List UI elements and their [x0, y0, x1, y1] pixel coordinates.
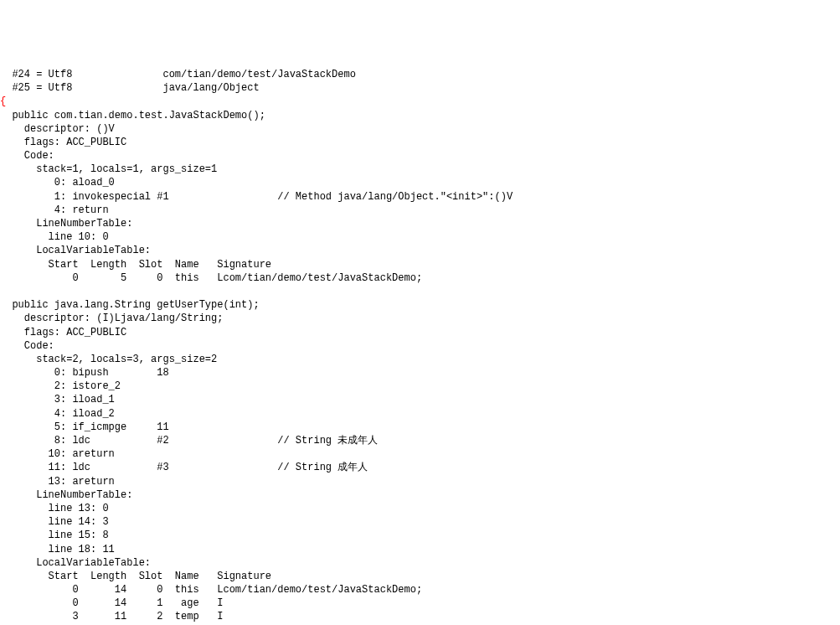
localvartable-entry: 0 14 0 this Lcom/tian/demo/test/JavaStac…	[0, 584, 422, 596]
bytecode-instruction: 0: bipush 18	[0, 367, 169, 379]
bytecode-instruction: 1: invokespecial #1 // Method java/lang/…	[0, 191, 513, 203]
linenumbertable-entry: line 13: 0	[0, 503, 109, 514]
code-label: Code:	[0, 150, 54, 162]
code-label: Code:	[0, 340, 54, 352]
linenumbertable-label: LineNumberTable:	[0, 218, 132, 230]
bytecode-instruction: 2: istore_2	[0, 380, 121, 392]
method-descriptor: descriptor: ()V	[0, 123, 115, 135]
bytecode-instruction: 4: return	[0, 204, 109, 216]
localvartable-entry: 3 11 2 temp I	[0, 611, 223, 622]
localvartable-header: Start Length Slot Name Signature	[0, 571, 271, 582]
bytecode-instruction: 11: ldc #3 // String 成年人	[0, 462, 368, 473]
localvartable-entry: 0 14 1 age I	[0, 597, 223, 609]
bytecode-instruction: 3: iload_1	[0, 394, 115, 405]
bytecode-instruction: 8: ldc #2 // String 未成年人	[0, 435, 378, 447]
bytecode-instruction: 13: areturn	[0, 476, 115, 488]
constant-pool-line: #25 = Utf8 java/lang/Object	[0, 82, 260, 94]
method-descriptor: descriptor: (I)Ljava/lang/String;	[0, 312, 223, 324]
linenumbertable-entry: line 14: 3	[0, 516, 109, 528]
bytecode-instruction: 0: aload_0	[0, 177, 115, 189]
method-flags: flags: ACC_PUBLIC	[0, 327, 126, 338]
bytecode-instruction: 5: if_icmpge 11	[0, 421, 169, 433]
bytecode-listing: #24 = Utf8 com/tian/demo/test/JavaStackD…	[0, 54, 840, 625]
stack-info: stack=2, locals=3, args_size=2	[0, 354, 217, 365]
stack-info: stack=1, locals=1, args_size=1	[0, 163, 217, 175]
linenumbertable-label: LineNumberTable:	[0, 489, 132, 501]
linenumbertable-entry: line 18: 11	[0, 544, 115, 555]
open-brace: {	[0, 96, 6, 107]
method-signature: public com.tian.demo.test.JavaStackDemo(…	[0, 110, 265, 121]
linenumbertable-entry: line 15: 8	[0, 529, 109, 541]
linenumbertable-entry: line 10: 0	[0, 231, 109, 243]
bytecode-instruction: 10: areturn	[0, 448, 115, 460]
localvartable-label: LocalVariableTable:	[0, 557, 151, 569]
localvartable-label: LocalVariableTable:	[0, 245, 151, 256]
localvartable-header: Start Length Slot Name Signature	[0, 259, 271, 271]
bytecode-instruction: 4: iload_2	[0, 408, 115, 420]
method-signature: public java.lang.String getUserType(int)…	[0, 299, 260, 311]
localvartable-entry: 0 5 0 this Lcom/tian/demo/test/JavaStack…	[0, 272, 422, 284]
method-flags: flags: ACC_PUBLIC	[0, 137, 126, 148]
constant-pool-line: #24 = Utf8 com/tian/demo/test/JavaStackD…	[0, 69, 356, 80]
